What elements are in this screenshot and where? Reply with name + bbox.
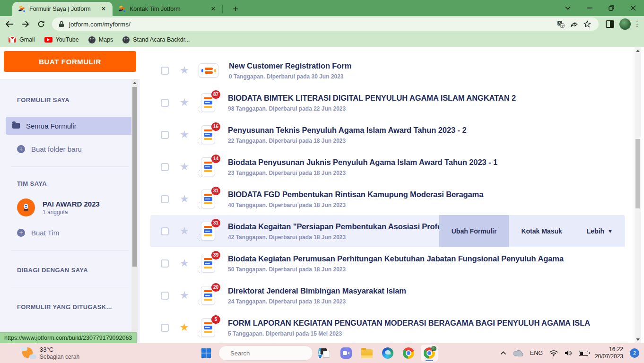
shared-with-me-header[interactable]: DIBAGI DENGAN SAYA bbox=[17, 267, 123, 274]
more-button[interactable]: Lebih▼ bbox=[574, 215, 625, 247]
star-icon[interactable]: ★ bbox=[180, 290, 191, 301]
row-checkbox[interactable] bbox=[161, 195, 169, 203]
weather-widget[interactable]: 33°C Sebagian cerah bbox=[22, 346, 79, 360]
row-checkbox[interactable] bbox=[161, 163, 169, 171]
row-checkbox[interactable] bbox=[161, 324, 169, 332]
row-checkbox[interactable] bbox=[161, 259, 169, 268]
tab-close-icon[interactable]: ✕ bbox=[209, 5, 218, 13]
tab-kontak-tim[interactable]: Kontak Tim Jotform ✕ bbox=[113, 2, 222, 16]
bookmark-gmail[interactable]: Gmail bbox=[6, 35, 40, 45]
side-panel-icon[interactable] bbox=[603, 18, 617, 30]
onedrive-icon[interactable] bbox=[513, 350, 523, 356]
row-checkbox[interactable] bbox=[161, 292, 169, 300]
form-row[interactable]: ★ 87 BIODATA BIMTEK LITERASI DIGITAL PEN… bbox=[150, 86, 625, 119]
chrome-button[interactable] bbox=[400, 345, 417, 362]
sidebar-item-create-folder[interactable]: + Buat folder baru bbox=[17, 145, 123, 153]
volume-icon[interactable] bbox=[565, 350, 572, 356]
gmail-icon bbox=[9, 37, 16, 43]
form-title[interactable]: Direktorat Jenderal Bimbingan Masyarakat… bbox=[228, 286, 625, 295]
star-icon[interactable]: ★ bbox=[180, 226, 191, 236]
star-icon[interactable]: ★ bbox=[180, 322, 191, 333]
inbox-button[interactable]: Kotak Masuk bbox=[509, 215, 574, 247]
form-row[interactable]: ★ 14 Biodata Penyusunan Juknis Penyuluh … bbox=[150, 151, 625, 183]
reload-icon[interactable] bbox=[34, 17, 48, 31]
clock[interactable]: 16:22 20/07/2023 bbox=[595, 346, 623, 360]
bookmark-maps[interactable]: Maps bbox=[86, 35, 118, 45]
star-icon[interactable]: ★ bbox=[180, 162, 191, 172]
form-title[interactable]: Biodata Penyusunan Juknis Penyuluh Agama… bbox=[228, 158, 625, 167]
form-row[interactable]: ★ 31 Biodata Kegaitan "Persiapan Pembent… bbox=[150, 215, 625, 247]
tab-search-chevron-icon[interactable] bbox=[557, 6, 579, 10]
sidebar-scrollbar[interactable] bbox=[131, 79, 138, 340]
bookmark-stand-acara[interactable]: Stand Acara Backdr... bbox=[120, 35, 194, 45]
star-icon[interactable]: ★ bbox=[180, 130, 191, 140]
row-checkbox[interactable] bbox=[161, 99, 169, 107]
star-icon[interactable]: ★ bbox=[180, 194, 191, 204]
tray-expand-icon[interactable] bbox=[500, 351, 506, 355]
edge-button[interactable] bbox=[379, 345, 396, 362]
row-checkbox[interactable] bbox=[161, 67, 169, 75]
browser-menu-icon[interactable]: ⋮ bbox=[634, 23, 640, 26]
assigned-forms-header[interactable]: FORMULIR YANG DITUGASK... bbox=[17, 303, 123, 311]
file-explorer-button[interactable] bbox=[358, 345, 375, 362]
row-checkbox[interactable] bbox=[161, 131, 169, 139]
form-row[interactable]: ★ 5 FORM LAPORAN KEGIATAN PENGUATAN MODE… bbox=[150, 311, 625, 343]
close-button[interactable] bbox=[622, 5, 644, 11]
task-view-button[interactable] bbox=[317, 345, 334, 362]
scroll-up-icon[interactable] bbox=[133, 82, 137, 84]
star-icon[interactable]: ★ bbox=[180, 97, 191, 108]
sidebar-item-create-team[interactable]: + Buat Tim bbox=[17, 229, 123, 237]
edit-form-button[interactable]: Ubah Formulir bbox=[439, 215, 509, 247]
notification-badge[interactable]: 2 bbox=[630, 348, 639, 358]
star-icon[interactable]: ★ bbox=[180, 65, 191, 76]
teams-chat-button[interactable] bbox=[338, 345, 355, 362]
maximize-button[interactable] bbox=[600, 5, 622, 11]
wifi-icon[interactable] bbox=[549, 350, 558, 356]
forward-icon[interactable] bbox=[18, 17, 32, 31]
form-title[interactable]: New Customer Registration Form bbox=[229, 61, 625, 70]
star-icon[interactable]: ★ bbox=[180, 258, 191, 268]
address-bar[interactable]: jotform.com/myforms/ A文 bbox=[52, 17, 599, 31]
profile-avatar[interactable] bbox=[619, 18, 631, 30]
row-text: Direktorat Jenderal Bimbingan Masyarakat… bbox=[228, 286, 625, 305]
form-title[interactable]: Penyusunan Teknis Penyuluh Agama Islam A… bbox=[228, 126, 625, 135]
row-checkbox[interactable] bbox=[161, 227, 169, 235]
response-badge: 14 bbox=[211, 155, 220, 163]
tab-formulir-saya[interactable]: Formulir Saya | Jotform ✕ bbox=[12, 2, 113, 16]
language-indicator[interactable]: ENG bbox=[530, 350, 543, 356]
bookmark-youtube[interactable]: YouTube bbox=[42, 35, 84, 45]
battery-icon[interactable] bbox=[579, 351, 588, 356]
jotform-favicon bbox=[118, 5, 126, 13]
form-row[interactable]: ★ 39 Biodata Kegiatan Perumusan Perhitun… bbox=[150, 247, 625, 279]
create-form-button[interactable]: BUAT FORMULIR bbox=[4, 51, 136, 72]
form-row[interactable]: ★ 31 BIODATA FGD Pembentukan Rintisan Ka… bbox=[150, 183, 625, 215]
sidebar-item-team[interactable]: PAI AWARD 2023 1 anggota bbox=[17, 199, 123, 216]
form-row[interactable]: ★ New Customer Registration Form 0 Tangg… bbox=[150, 54, 625, 86]
form-title[interactable]: BIODATA FGD Pembentukan Rintisan Kamupun… bbox=[228, 190, 625, 199]
team-member-count: 1 anggota bbox=[43, 209, 100, 216]
form-row[interactable]: ★ 20 Direktorat Jenderal Bimbingan Masya… bbox=[150, 279, 625, 311]
chrome-active-button[interactable] bbox=[421, 345, 438, 362]
main-scrollbar[interactable] bbox=[635, 47, 641, 343]
share-icon[interactable] bbox=[567, 18, 581, 30]
form-row[interactable]: ★ 16 Penyusunan Teknis Penyuluh Agama Is… bbox=[150, 119, 625, 151]
translate-icon[interactable]: A文 bbox=[554, 18, 567, 30]
sidebar-item-all-forms[interactable]: Semua Formulir bbox=[6, 117, 134, 135]
scroll-down-icon[interactable] bbox=[636, 338, 640, 341]
scroll-up-icon[interactable] bbox=[636, 50, 640, 52]
new-tab-button[interactable]: + bbox=[229, 4, 242, 14]
form-title[interactable]: BIODATA BIMTEK LITERASI DIGITAL PENYULUH… bbox=[228, 94, 625, 103]
taskbar-search[interactable]: b bbox=[218, 346, 313, 361]
scrollbar-thumb[interactable] bbox=[132, 87, 137, 267]
tab-close-icon[interactable]: ✕ bbox=[99, 5, 108, 13]
back-icon[interactable] bbox=[2, 17, 16, 31]
start-button[interactable] bbox=[198, 345, 215, 362]
scrollbar-thumb[interactable] bbox=[635, 139, 640, 208]
minimize-button[interactable] bbox=[579, 8, 600, 9]
search-input[interactable] bbox=[230, 350, 313, 357]
sidebar-item-label: Semua Formulir bbox=[26, 122, 77, 130]
form-title[interactable]: Biodata Kegiatan Perumusan Perhitungan K… bbox=[228, 254, 625, 263]
bookmark-star-icon[interactable] bbox=[581, 18, 594, 30]
form-meta: 23 Tanggapan. Diperbarui pada 18 Jun 202… bbox=[228, 170, 625, 176]
form-title[interactable]: FORM LAPORAN KEGIATAN PENGUATAN MODERASI… bbox=[228, 319, 625, 328]
